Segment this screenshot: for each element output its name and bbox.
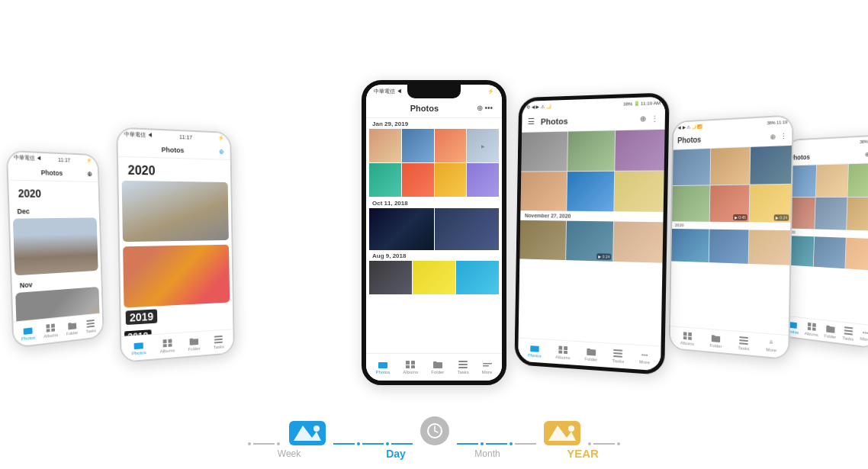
svg-rect-3 — [47, 324, 50, 329]
tab-albums[interactable]: Albums — [43, 323, 58, 338]
svg-rect-52 — [808, 322, 812, 326]
nav-title-ffright: Photos — [789, 151, 865, 162]
tab-folder-center[interactable]: Folder — [431, 361, 444, 374]
tab-folder-far-right[interactable]: Folder — [709, 334, 722, 349]
tab-photos-right[interactable]: Photos — [528, 344, 542, 358]
svg-rect-47 — [739, 339, 748, 342]
tab-tasks-ffright[interactable]: Tasks — [842, 326, 854, 341]
tab-more-center[interactable]: More — [482, 361, 493, 374]
svg-rect-31 — [483, 365, 489, 367]
svg-rect-24 — [411, 361, 415, 365]
svg-rect-7 — [87, 319, 95, 321]
phone-right: ⚙ ◀ ▶ ⚠ 🌙38% 🔋 11:19 AM ☰ Photos ⊕ ⋮ — [514, 92, 669, 375]
svg-rect-6 — [51, 328, 55, 332]
svg-rect-13 — [162, 339, 166, 343]
month-dec: Dec — [12, 206, 96, 217]
svg-rect-30 — [483, 363, 492, 365]
svg-rect-43 — [688, 332, 692, 336]
svg-rect-57 — [844, 329, 853, 332]
svg-rect-39 — [614, 349, 623, 351]
label-year: YEAR — [556, 447, 609, 460]
timeline-labels-row: Week Day Month YEAR — [205, 447, 663, 460]
timeline-dots-end — [588, 442, 620, 445]
timeline-week-segment — [248, 442, 280, 445]
tab-albums-ffright[interactable]: Albums — [805, 322, 819, 337]
year-label-2020: 2020 — [123, 160, 227, 181]
tab-more-far-right[interactable]: ≡ More — [766, 339, 776, 353]
svg-rect-37 — [558, 350, 562, 353]
svg-point-61 — [313, 426, 320, 432]
phones-area: 中華電信 ◀11:17⚡ Photos ⊕ 2020 Dec — [0, 23, 868, 385]
tab-albums-center[interactable]: Albums — [403, 361, 418, 374]
date-oct-2018: Oct 11, 2018 — [366, 198, 502, 208]
svg-rect-25 — [406, 365, 410, 368]
svg-rect-26 — [411, 365, 415, 368]
svg-point-22 — [384, 362, 386, 365]
timeline-day-icon — [289, 416, 326, 445]
tab-photos-left[interactable]: Photos — [131, 340, 146, 355]
phone-far-right: ◀ ▶ ⚠ 🌙 📶38% 11:19 Photos ⊕ ⋮ — [669, 114, 794, 360]
tab-folder-left[interactable]: Folder — [188, 336, 201, 351]
label-day: Day — [373, 448, 419, 460]
svg-rect-27 — [458, 361, 468, 362]
svg-rect-58 — [844, 332, 853, 335]
svg-rect-15 — [162, 344, 166, 347]
main-scene: 中華電信 ◀11:17⚡ Photos ⊕ 2020 Dec — [0, 0, 868, 469]
svg-line-64 — [435, 431, 438, 432]
nav-title-photos: Photos — [124, 144, 219, 155]
phone-far-left: 中華電信 ◀11:17⚡ Photos ⊕ 2020 Dec — [6, 150, 104, 349]
svg-rect-54 — [807, 326, 811, 329]
svg-rect-56 — [844, 326, 853, 329]
svg-rect-40 — [614, 352, 623, 355]
nav-title-far-right: Photos — [677, 132, 770, 144]
svg-rect-45 — [688, 336, 692, 339]
date-aug-2018: Aug 9, 2018 — [366, 250, 502, 261]
svg-rect-8 — [87, 322, 95, 324]
tab-tasks-right[interactable]: Tasks — [612, 349, 625, 363]
tab-tasks-far-right[interactable]: Tasks — [738, 336, 749, 350]
svg-rect-42 — [683, 332, 687, 336]
svg-rect-18 — [214, 338, 223, 340]
date-jan-2019: Jan 29, 2019 — [366, 118, 502, 129]
label-month: Month — [465, 448, 510, 459]
phone-left: 中華電信 ◀11:17⚡ Photos ⊕ 2020 — [116, 127, 235, 363]
tab-folder-ffright[interactable]: Folder — [824, 324, 836, 339]
tab-tasks-left[interactable]: Tasks — [213, 335, 224, 349]
svg-rect-35 — [558, 345, 562, 349]
tab-albums-far-right[interactable]: Albums — [680, 331, 695, 345]
tab-more-right[interactable]: ••• More — [639, 351, 650, 365]
phone-center: 中華電信 ◀ 40%▮ ⚡ Photos ⊕ ••• Jan 29, 2019 — [362, 80, 506, 385]
tab-albums-right[interactable]: Albums — [555, 345, 571, 360]
tab-albums-left[interactable]: Albums — [159, 339, 175, 354]
svg-rect-48 — [739, 342, 748, 345]
tab-folder[interactable]: Folder — [66, 321, 78, 336]
year-2020-label: 2020 — [13, 184, 95, 201]
tab-tasks[interactable]: Tasks — [85, 319, 96, 333]
tab-tasks-center[interactable]: Tasks — [457, 361, 468, 374]
tab-photos-center[interactable]: Photos — [376, 361, 391, 374]
svg-rect-46 — [739, 336, 748, 339]
svg-rect-16 — [168, 343, 172, 346]
svg-rect-28 — [458, 364, 468, 365]
svg-rect-53 — [812, 323, 816, 326]
svg-rect-36 — [564, 345, 567, 349]
svg-rect-4 — [51, 323, 55, 327]
tab-more-ffright[interactable]: ••• More — [860, 329, 868, 342]
timeline-section: Week Day Month YEAR — [0, 416, 868, 460]
svg-rect-5 — [47, 329, 50, 332]
header-photos-right: Photos — [541, 114, 640, 126]
tab-photos[interactable]: Photos — [21, 326, 35, 341]
svg-point-67 — [568, 426, 574, 432]
svg-rect-55 — [812, 327, 816, 330]
svg-rect-23 — [406, 361, 410, 365]
svg-rect-17 — [214, 335, 223, 337]
year-2019-label: 2019 — [126, 309, 158, 325]
svg-rect-29 — [458, 367, 468, 368]
svg-rect-19 — [214, 341, 223, 343]
tab-folder-right[interactable]: Folder — [585, 347, 598, 361]
timeline-center-icon — [420, 416, 449, 445]
timeline-dots-right — [457, 442, 536, 445]
timeline-year-icon — [544, 416, 580, 445]
svg-rect-38 — [564, 350, 567, 353]
svg-rect-9 — [87, 325, 95, 327]
